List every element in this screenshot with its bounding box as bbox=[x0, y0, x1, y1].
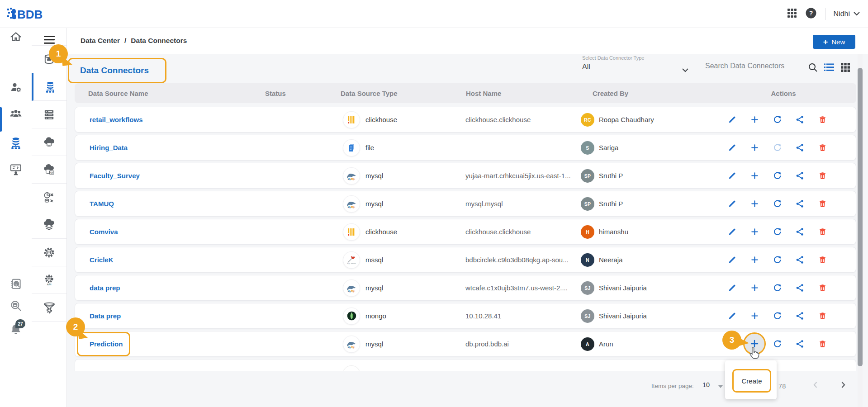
reload-action-button[interactable] bbox=[773, 171, 782, 180]
search-icon[interactable] bbox=[808, 62, 818, 74]
reload-action-button[interactable] bbox=[773, 284, 782, 293]
type-filter-select[interactable]: All bbox=[582, 63, 590, 71]
user-menu[interactable]: Nidhi bbox=[834, 10, 860, 18]
reload-action-button[interactable] bbox=[773, 115, 782, 124]
sidebar-item-settings-migration[interactable] bbox=[32, 239, 66, 266]
data-source-name-link[interactable]: TAMUQ bbox=[90, 200, 114, 208]
share-action-button[interactable] bbox=[795, 284, 804, 293]
reload-action-button[interactable] bbox=[773, 256, 782, 265]
user-groups-icon[interactable] bbox=[9, 107, 22, 122]
reload-action-button[interactable] bbox=[773, 312, 782, 321]
breadcrumb-parent[interactable]: Data Center bbox=[81, 37, 120, 45]
col-data-source-type[interactable]: Data Source Type bbox=[341, 83, 398, 103]
home-icon[interactable] bbox=[9, 31, 22, 45]
data-source-name-link[interactable]: data prep bbox=[90, 284, 120, 292]
share-action-button[interactable] bbox=[795, 143, 804, 152]
data-source-name-link[interactable]: Data prep bbox=[90, 312, 121, 320]
data-source-name-link[interactable]: retail_workflows bbox=[90, 116, 143, 123]
sidebar-item-data-preparation[interactable] bbox=[32, 184, 66, 211]
delete-action-button[interactable] bbox=[818, 340, 827, 349]
items-per-page-select[interactable]: 10 bbox=[701, 381, 711, 390]
edit-action-button[interactable] bbox=[727, 312, 736, 321]
table-row: Comviva clickhouse clickhouse.clickhouse… bbox=[75, 219, 856, 245]
share-action-button[interactable] bbox=[795, 115, 804, 124]
delete-action-button[interactable] bbox=[818, 312, 827, 321]
data-catalog-search-icon[interactable] bbox=[9, 278, 23, 293]
delete-action-button[interactable] bbox=[818, 143, 827, 152]
bdb-logo[interactable]: BDB bbox=[6, 5, 50, 23]
delete-action-button[interactable] bbox=[818, 284, 827, 293]
data-source-name-link[interactable]: Faculty_Survey bbox=[90, 172, 140, 180]
reload-action-button[interactable] bbox=[773, 340, 782, 349]
breadcrumb-bar: Data Center / Data Connectors + New bbox=[66, 28, 868, 54]
share-action-button[interactable] bbox=[795, 199, 804, 208]
share-action-button[interactable] bbox=[795, 227, 804, 237]
edit-action-button[interactable] bbox=[727, 227, 736, 237]
previous-page-button[interactable] bbox=[812, 381, 819, 390]
created-by-name: himanshu bbox=[599, 228, 628, 236]
table-header: Data Source Name Status Data Source Type… bbox=[75, 83, 856, 103]
apps-grid-icon[interactable] bbox=[787, 8, 797, 20]
sidebar-item-api-connectors[interactable]: API bbox=[32, 266, 66, 294]
user-settings-icon[interactable] bbox=[9, 81, 22, 95]
sidebar-item-cloud-datastore[interactable] bbox=[32, 128, 66, 156]
items-per-page-caret-icon[interactable] bbox=[718, 385, 723, 388]
create-action-button[interactable] bbox=[750, 143, 759, 152]
delete-action-button[interactable] bbox=[818, 256, 827, 265]
create-action-button[interactable] bbox=[750, 284, 759, 293]
avatar: A bbox=[581, 337, 594, 351]
next-page-button[interactable] bbox=[840, 381, 847, 390]
edit-action-button[interactable] bbox=[727, 284, 736, 293]
data-source-name-link[interactable]: Comviva bbox=[90, 228, 118, 236]
edit-action-button[interactable] bbox=[727, 143, 736, 152]
edit-action-button[interactable] bbox=[727, 115, 736, 124]
edit-action-button[interactable] bbox=[727, 171, 736, 180]
data-source-name-link[interactable]: CricleK bbox=[90, 256, 114, 264]
share-action-button[interactable] bbox=[795, 340, 804, 349]
reload-action-button[interactable] bbox=[773, 227, 782, 237]
create-action-button[interactable] bbox=[750, 171, 759, 180]
data-center-icon[interactable] bbox=[9, 136, 23, 151]
created-by-name: Sariga bbox=[599, 144, 618, 151]
scrollbar-thumb[interactable] bbox=[858, 68, 863, 366]
create-action-button[interactable] bbox=[750, 227, 759, 237]
delete-action-button[interactable] bbox=[818, 171, 827, 180]
delete-action-button[interactable] bbox=[818, 199, 827, 208]
delete-action-button[interactable] bbox=[818, 227, 827, 237]
create-action-button[interactable] bbox=[750, 256, 759, 265]
share-action-button[interactable] bbox=[795, 312, 804, 321]
grid-view-icon[interactable] bbox=[841, 63, 850, 74]
new-button[interactable]: + New bbox=[813, 35, 855, 49]
reload-action-button[interactable] bbox=[773, 199, 782, 208]
data-source-name-link[interactable]: Hiring_Data bbox=[90, 144, 128, 151]
user-name: Nidhi bbox=[834, 10, 850, 18]
chevron-down-icon[interactable] bbox=[682, 66, 688, 74]
col-created-by[interactable]: Created By bbox=[593, 83, 628, 103]
share-action-button[interactable] bbox=[795, 256, 804, 265]
create-action-button[interactable] bbox=[750, 199, 759, 208]
create-action-button[interactable] bbox=[750, 312, 759, 321]
col-status[interactable]: Status bbox=[265, 83, 286, 103]
sidebar-item-data-sheets[interactable] bbox=[32, 211, 66, 239]
cloud-layers-icon bbox=[43, 219, 55, 231]
search-input[interactable] bbox=[704, 62, 801, 71]
hamburger-menu-icon[interactable] bbox=[44, 36, 55, 46]
reload-action-button[interactable] bbox=[773, 143, 782, 152]
data-search-icon[interactable] bbox=[9, 299, 23, 314]
edit-action-button[interactable] bbox=[727, 199, 736, 208]
col-data-source-name[interactable]: Data Source Name bbox=[88, 83, 148, 103]
create-action-button[interactable] bbox=[750, 115, 759, 124]
publish-board-icon[interactable] bbox=[9, 163, 22, 178]
help-icon[interactable]: ? bbox=[805, 7, 817, 21]
sidebar-item-data-sets[interactable]: </> bbox=[32, 156, 66, 184]
list-view-icon[interactable] bbox=[824, 63, 834, 73]
data-prep-icon bbox=[43, 191, 55, 204]
delete-action-button[interactable] bbox=[818, 115, 827, 124]
share-action-button[interactable] bbox=[795, 171, 804, 180]
sidebar-item-etl-funnel[interactable] bbox=[32, 294, 66, 322]
svg-text:?: ? bbox=[809, 9, 813, 17]
edit-action-button[interactable] bbox=[727, 256, 736, 265]
col-host-name[interactable]: Host Name bbox=[466, 83, 501, 103]
sidebar-item-data-connectors[interactable] bbox=[32, 73, 66, 101]
sidebar-item-data-stores[interactable] bbox=[32, 101, 66, 128]
